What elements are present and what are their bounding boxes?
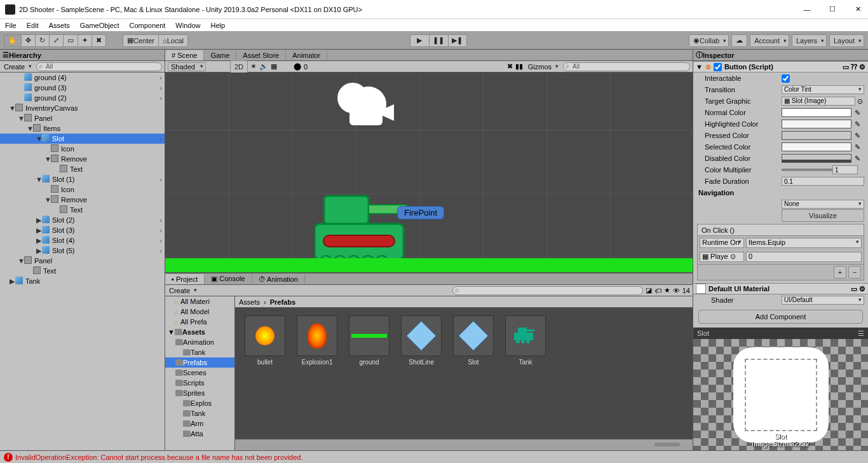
fx-toggle[interactable]: ▦ [271, 62, 277, 71]
remove-event[interactable]: − [848, 266, 861, 279]
hierarchy-item[interactable]: ▼Panel [0, 113, 165, 123]
light-toggle[interactable]: ☀ [250, 62, 257, 71]
menu-component[interactable]: Component [129, 22, 165, 29]
star-icon[interactable]: ★ [664, 286, 670, 294]
hierarchy-item[interactable]: Text [0, 266, 165, 276]
navigation-mode[interactable]: None [782, 200, 864, 209]
visualize-button[interactable]: Visualize [782, 209, 864, 222]
tab-animation[interactable]: ⏱ Animation [252, 274, 305, 284]
material-header[interactable]: Default UI Material ▭ ⚙ [693, 283, 868, 294]
mode-2d[interactable]: 2D [230, 60, 248, 73]
pivot-local[interactable]: ⌂ Local [158, 34, 188, 47]
pause-button[interactable]: ❚❚ [429, 34, 448, 47]
menu-help[interactable]: Help [210, 22, 225, 29]
pivot-center[interactable]: ▦ Center [123, 34, 158, 47]
transform-tool[interactable]: ✦ [78, 34, 92, 47]
custom-tool[interactable]: ✖ [92, 34, 106, 47]
hierarchy-item[interactable]: ground (2)› [0, 93, 165, 103]
camera-icon[interactable]: ▮▮ [515, 62, 523, 71]
hierarchy-search[interactable]: All [36, 62, 162, 71]
minimize-button[interactable]: — [802, 4, 812, 15]
hierarchy-item[interactable]: ▼InventoryCanvas [0, 103, 165, 113]
folder-item[interactable]: Tank [165, 408, 234, 418]
asset-ground[interactable]: ground [347, 315, 391, 366]
folder-item[interactable]: Prefabs [165, 357, 234, 368]
asset-grid[interactable]: bulletExplosion1groundShotLineSlotTank [235, 308, 693, 439]
maximize-button[interactable]: ☐ [827, 4, 837, 15]
project-tree[interactable]: ⌕All Materi⌕All Model⌕All Prefa▼ Assets … [165, 296, 235, 450]
folder-item[interactable]: Sprites [165, 388, 234, 398]
menu-assets[interactable]: Assets [49, 22, 70, 29]
runtime-dropdown[interactable]: Runtime On [700, 238, 744, 248]
cloud-button[interactable]: ☁ [731, 34, 747, 47]
collab-dropdown[interactable]: ◉ Collab [689, 34, 729, 47]
menu-window[interactable]: Window [175, 22, 200, 29]
project-breadcrumb[interactable]: Assets › Prefabs [235, 296, 693, 308]
folder-item[interactable]: Tank [165, 347, 234, 357]
move-tool[interactable]: ✥ [21, 34, 35, 47]
function-dropdown[interactable]: Items.Equip [746, 238, 862, 248]
thumb-size-slider[interactable] [235, 439, 693, 450]
status-bar[interactable]: ! InvalidOperationException: Cannot star… [0, 450, 868, 463]
assets-root[interactable]: ▼ Assets [165, 327, 234, 337]
hierarchy-item[interactable]: Icon [0, 184, 165, 195]
hierarchy-item[interactable]: Text [0, 205, 165, 215]
hierarchy-tree[interactable]: ground (4)›ground (3)›ground (2)›▼Invent… [0, 73, 165, 450]
hierarchy-item[interactable]: ▼Slot› [0, 134, 165, 144]
menu-file[interactable]: File [5, 22, 17, 29]
hierarchy-item[interactable]: Text [0, 164, 165, 174]
scene-search[interactable]: All [563, 62, 690, 71]
gizmo-icon[interactable]: ⬤ [294, 62, 301, 71]
tab-project[interactable]: ▪ Project [165, 274, 205, 284]
project-create[interactable]: Create [168, 287, 199, 294]
hierarchy-item[interactable]: ground (3)› [0, 83, 165, 93]
add-event[interactable]: + [834, 266, 846, 279]
tab-animator[interactable]: Animator [286, 50, 327, 60]
scene-viewport[interactable]: FirePoint [165, 73, 693, 272]
folder-item[interactable]: Scripts [165, 378, 234, 388]
filter-item[interactable]: ⌕All Model [165, 307, 234, 317]
onclick-object[interactable]: ▦ Playe ⊙ [700, 252, 744, 262]
rect-tool[interactable]: ▭ [63, 34, 78, 47]
folder-item[interactable]: Atta [165, 429, 234, 439]
gizmos-dropdown[interactable]: Gizmos [526, 63, 560, 71]
hierarchy-item[interactable]: ▶Slot (5)› [0, 245, 165, 256]
hierarchy-item[interactable]: ▼Items [0, 123, 165, 134]
audio-toggle[interactable]: 🔊 [259, 62, 268, 71]
play-button[interactable]: ▶ [410, 34, 429, 47]
filter-item[interactable]: ⌕All Materi [165, 296, 234, 307]
hierarchy-item[interactable]: ▶Slot (4)› [0, 235, 165, 245]
hierarchy-item[interactable]: ▶Slot (2)› [0, 215, 165, 225]
hierarchy-create[interactable]: Create [3, 63, 34, 71]
hierarchy-item[interactable]: ground (4)› [0, 73, 165, 83]
filter-item[interactable]: ⌕All Prefa [165, 317, 234, 327]
scale-tool[interactable]: ⤢ [49, 34, 63, 47]
component-enabled[interactable] [714, 63, 722, 71]
firepoint-label[interactable]: FirePoint [397, 206, 444, 219]
asset-shotline[interactable]: ShotLine [399, 315, 444, 366]
hierarchy-item[interactable]: ▶Slot (3)› [0, 225, 165, 235]
menu-gameobject[interactable]: GameObject [80, 22, 119, 29]
tab-asset-store[interactable]: Asset Store [236, 50, 286, 60]
tab-scene[interactable]: # Scene [165, 50, 204, 60]
hierarchy-item[interactable]: ▶Tank [0, 276, 165, 286]
asset-bullet[interactable]: bullet [243, 315, 287, 366]
folder-item[interactable]: Scenes [165, 368, 234, 378]
hierarchy-item[interactable]: ▼Slot (1)› [0, 174, 165, 184]
account-dropdown[interactable]: Account [750, 34, 789, 47]
layout-dropdown[interactable]: Layout [829, 34, 864, 47]
filter-icon[interactable]: ◪ [646, 286, 652, 294]
add-component-button[interactable]: Add Component [698, 310, 863, 324]
close-button[interactable]: ✕ [853, 4, 863, 15]
folder-item[interactable]: Arm [165, 418, 234, 429]
asset-explosion1[interactable]: Explosion1 [295, 315, 339, 366]
hidden-icon[interactable]: 👁 [673, 287, 680, 294]
tools-icon[interactable]: ✖ [507, 62, 513, 71]
folder-item[interactable]: Animation [165, 337, 234, 347]
asset-tank[interactable]: Tank [503, 315, 548, 366]
hierarchy-item[interactable]: ▼Remove [0, 154, 165, 164]
project-search[interactable] [452, 286, 643, 295]
render-mode[interactable]: Shaded [168, 62, 206, 71]
button-component-header[interactable]: ▼⊚ Button (Script) ▭ ⁇ ⚙ [693, 61, 868, 73]
shader-dropdown[interactable]: UI/Default [782, 296, 864, 305]
